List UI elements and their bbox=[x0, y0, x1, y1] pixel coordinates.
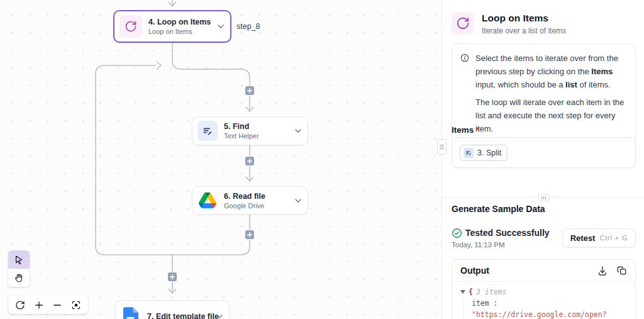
chevron-down-icon[interactable] bbox=[218, 25, 224, 28]
success-check-icon bbox=[452, 228, 462, 238]
canvas-tool-group bbox=[8, 250, 30, 287]
chip-label: 3. Split bbox=[477, 148, 501, 157]
json-key: item : bbox=[472, 298, 628, 309]
chevron-down-icon[interactable] bbox=[295, 129, 301, 133]
download-output-button[interactable] bbox=[597, 266, 608, 276]
loop-icon bbox=[119, 15, 142, 38]
retest-shortcut: Ctrl + G bbox=[599, 234, 628, 242]
add-step-button[interactable] bbox=[245, 157, 254, 165]
node-read-file[interactable]: 6. Read file Google Drive bbox=[192, 186, 308, 215]
fit-screen-icon bbox=[71, 300, 81, 310]
node-title: 4. Loop on Items bbox=[148, 18, 211, 26]
google-drive-icon bbox=[197, 191, 218, 211]
items-input[interactable]: 3. Split bbox=[452, 137, 636, 168]
hand-icon bbox=[14, 273, 24, 283]
node-subtitle: Loop on Items bbox=[148, 28, 211, 35]
copy-output-button[interactable] bbox=[617, 266, 627, 276]
add-step-button[interactable] bbox=[245, 230, 254, 239]
pan-tool-button[interactable] bbox=[8, 269, 30, 287]
output-json-tree: { 3 items item : "https://drive.google.c… bbox=[452, 282, 635, 319]
info-icon bbox=[460, 53, 469, 135]
collapse-toggle-icon[interactable] bbox=[460, 290, 465, 294]
reset-view-button[interactable] bbox=[13, 298, 28, 313]
node-loop-on-items[interactable]: 4. Loop on Items Loop on Items bbox=[113, 10, 231, 43]
google-docs-icon bbox=[121, 306, 141, 319]
select-tool-button[interactable] bbox=[8, 250, 30, 269]
split-step-icon bbox=[464, 148, 474, 158]
retest-label: Retest bbox=[570, 233, 596, 243]
download-icon bbox=[597, 266, 608, 276]
node-title: 5. Find bbox=[224, 122, 259, 131]
retest-button[interactable]: Retest Ctrl + G bbox=[562, 228, 636, 247]
panel-title: Loop on Items bbox=[482, 13, 548, 24]
add-step-button[interactable] bbox=[245, 86, 254, 95]
loop-icon bbox=[452, 12, 474, 35]
node-edit-template-file[interactable]: 7. Edit template file bbox=[115, 300, 230, 319]
zoom-in-button[interactable] bbox=[31, 298, 47, 313]
node-title: 6. Read file bbox=[224, 192, 265, 201]
fit-to-screen-button[interactable] bbox=[69, 298, 84, 313]
section-divider bbox=[442, 197, 644, 198]
minus-icon bbox=[52, 300, 62, 310]
info-paragraph: The loop will iterate over each item in … bbox=[475, 96, 627, 135]
sample-data-heading: Generate Sample Data bbox=[452, 204, 545, 214]
section-resize-handle[interactable] bbox=[538, 194, 550, 201]
workflow-canvas[interactable]: 4. Loop on Items Loop on Items step_8 5.… bbox=[0, 0, 441, 319]
connection-lines bbox=[0, 0, 441, 319]
json-string-value: "https://drive.google.com/open? bbox=[472, 309, 628, 319]
node-subtitle: Google Drive bbox=[224, 202, 265, 210]
node-find[interactable]: 5. Find Text Helper bbox=[192, 116, 308, 145]
node-subtitle: Text Helper bbox=[224, 132, 259, 140]
plus-icon bbox=[247, 158, 253, 164]
canvas-zoom-toolbar bbox=[8, 296, 88, 314]
step-details-panel: Loop on Items Iterate over a list of ite… bbox=[441, 0, 644, 319]
node-title: 7. Edit template file bbox=[147, 312, 210, 319]
panel-resize-handle[interactable] bbox=[437, 139, 447, 155]
text-helper-icon bbox=[197, 121, 218, 141]
plus-icon bbox=[169, 274, 175, 280]
required-asterisk: * bbox=[476, 125, 479, 135]
refresh-icon bbox=[15, 300, 25, 310]
output-title: Output bbox=[460, 266, 588, 276]
copy-icon bbox=[617, 266, 627, 276]
json-brace: { bbox=[469, 286, 473, 298]
test-status: Tested Successfully bbox=[465, 228, 550, 238]
plus-icon bbox=[34, 300, 44, 310]
chevron-down-icon[interactable] bbox=[295, 199, 301, 203]
chevron-down-icon[interactable] bbox=[216, 315, 223, 318]
plus-icon bbox=[247, 87, 253, 94]
json-item-count: 3 items bbox=[476, 286, 506, 298]
cursor-icon bbox=[14, 255, 24, 265]
output-card: Output { 3 items item : "https: bbox=[452, 259, 636, 319]
items-field-label: Items * bbox=[452, 125, 479, 135]
step-name-label: step_8 bbox=[236, 22, 260, 31]
panel-subtitle: Iterate over a list of items bbox=[482, 26, 566, 35]
info-paragraph: Select the items to iterate over from th… bbox=[475, 52, 627, 91]
zoom-out-button[interactable] bbox=[50, 298, 65, 313]
plus-icon bbox=[247, 232, 253, 238]
test-timestamp: Today, 11:13 PM bbox=[452, 241, 505, 249]
add-step-button[interactable] bbox=[168, 272, 177, 281]
items-value-chip[interactable]: 3. Split bbox=[460, 145, 508, 161]
